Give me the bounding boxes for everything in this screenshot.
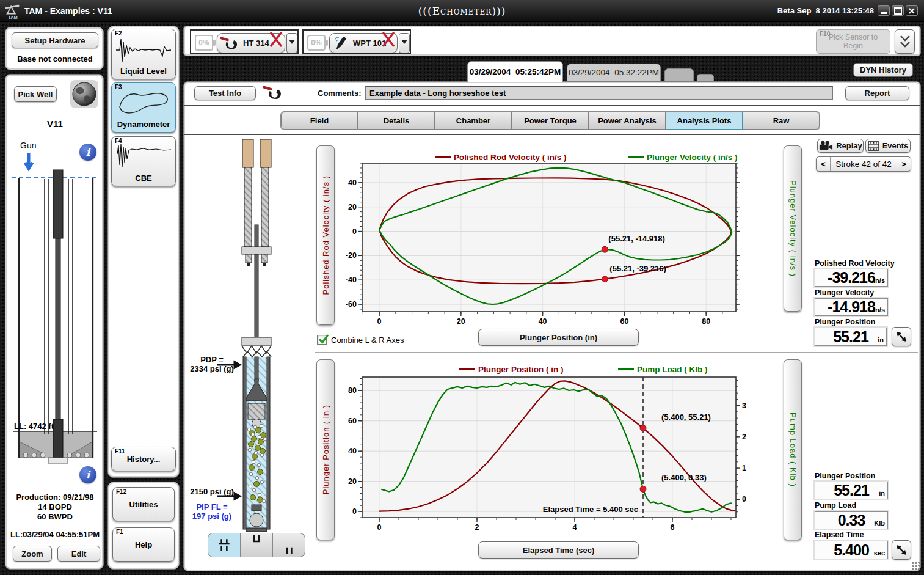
svg-text:Polished Rod Velocity ( in/s ): Polished Rod Velocity ( in/s )	[454, 153, 567, 162]
svg-text:TAM: TAM	[8, 15, 18, 20]
nav-tabs: Field Details Chamber Power Torque Power…	[280, 111, 820, 130]
test-tab-stub[interactable]	[664, 68, 694, 81]
ll-timestamp: LL:03/29/04 04:55:51PM	[5, 530, 104, 539]
svg-text:0: 0	[352, 507, 357, 516]
svg-text:1: 1	[742, 464, 746, 472]
close-button[interactable]	[906, 5, 918, 16]
pump-valve-icon	[249, 533, 264, 549]
liquid-level-text: LL: 4742 ft	[14, 422, 54, 431]
ht-dropdown-button[interactable]	[286, 33, 297, 53]
top-chart-resize-button[interactable]	[892, 327, 911, 346]
build-version: Beta Sep 8 2014 13:25:48	[777, 6, 874, 15]
readout-label: Plunger Velocity	[815, 288, 874, 297]
comments-input[interactable]	[365, 86, 833, 100]
top-chart-x-axis-button[interactable]: Plunger Position (in)	[478, 329, 639, 346]
cbe-mode-button[interactable]: F4 CBE	[111, 136, 176, 186]
pdp-label: PDP =2334 psi (g)	[184, 355, 239, 373]
setup-hardware-button[interactable]: Setup Hardware	[12, 32, 98, 48]
expand-sensors-button[interactable]	[895, 29, 915, 54]
svg-text:2: 2	[742, 433, 746, 441]
replay-button[interactable]: Replay	[817, 139, 864, 153]
pump-mode-option-2[interactable]	[241, 533, 273, 557]
svg-text:60: 60	[348, 417, 357, 425]
svg-text:Plunger Position ( in ): Plunger Position ( in )	[478, 365, 564, 374]
stroke-prev-button[interactable]: <	[817, 157, 831, 171]
plunger-position-value: 55.21in	[815, 328, 887, 346]
stroke-navigator: < Stroke 42 of 42 >	[816, 156, 911, 172]
polished-rod-velocity-value: -39.216in/s	[815, 269, 888, 287]
plunger-position-value-2: 55.21in	[815, 482, 888, 499]
combine-axes-label: Combine L & R Axes	[331, 335, 404, 345]
tab-power-torque[interactable]: Power Torque	[512, 112, 589, 130]
events-button[interactable]: Events	[865, 139, 911, 153]
svg-text:Elapsed Time = 5.400 sec: Elapsed Time = 5.400 sec	[543, 505, 638, 514]
double-chevron-down-icon	[898, 34, 912, 49]
velocity-chart: 020406080-60-40-2002040(55.21, -14.918)(…	[342, 147, 763, 329]
pump-mode-selector	[208, 533, 305, 557]
bottom-chart-x-axis-button[interactable]: Elapsed Time (sec)	[478, 541, 639, 559]
info-icon-2[interactable]: i	[79, 466, 96, 483]
combine-axes-checkbox[interactable]	[317, 335, 327, 345]
ht-disconnected-icon	[268, 31, 284, 49]
diagonal-arrows-icon	[893, 329, 909, 345]
tab-field[interactable]: Field	[281, 112, 358, 130]
svg-text:-40: -40	[346, 276, 357, 284]
horseshoe-sensor-icon	[220, 37, 238, 50]
test-tab-stub-2[interactable]	[697, 74, 714, 81]
bottom-chart-left-axis-button[interactable]: Plunger Position ( in )	[316, 359, 335, 540]
pip-label: PIP FL =197 psi (g)	[184, 502, 239, 521]
test-tab-inactive[interactable]: 03/29/2004 05:32:22PM	[567, 64, 661, 81]
svg-text:0: 0	[377, 523, 382, 532]
tab-power-analysis[interactable]: Power Analysis	[589, 112, 666, 130]
edit-button[interactable]: Edit	[57, 546, 100, 562]
tab-chamber[interactable]: Chamber	[435, 112, 512, 130]
test-tab-active[interactable]: 03/29/2004 05:25:42PM	[467, 61, 563, 82]
pick-well-button[interactable]: Pick Well	[14, 86, 57, 102]
report-button[interactable]: Report	[845, 86, 909, 100]
history-button[interactable]: F11History...	[111, 447, 176, 471]
pump-lines-icon	[281, 541, 297, 557]
resize-grip[interactable]	[911, 561, 920, 570]
window-title: TAM - Examples : V11	[24, 6, 112, 16]
utilities-button[interactable]: F12Utilities	[112, 487, 175, 521]
test-info-button[interactable]: Test Info	[194, 86, 256, 100]
top-chart-left-axis-button[interactable]: Polished Rod Velocity ( in/s )	[316, 145, 335, 325]
cbe-trace-icon	[114, 142, 175, 171]
events-film-icon	[868, 141, 879, 151]
diagonal-arrows-icon	[893, 542, 909, 558]
zoom-button[interactable]: Zoom	[13, 546, 52, 562]
svg-text:0: 0	[352, 227, 357, 236]
dynamometer-mode-button[interactable]: F3 Dynamometer	[111, 82, 176, 133]
wpt-dropdown-button[interactable]	[399, 33, 410, 53]
svg-text:(55.21, -39.216): (55.21, -39.216)	[609, 264, 666, 273]
svg-text:40: 40	[348, 447, 357, 455]
pump-mode-option-3[interactable]	[273, 533, 305, 557]
well-name: V11	[5, 119, 104, 129]
tab-raw[interactable]: Raw	[743, 112, 820, 130]
help-button[interactable]: F1Help	[112, 527, 175, 562]
maximize-button[interactable]	[892, 5, 904, 16]
minimize-button[interactable]	[878, 5, 890, 16]
tab-details[interactable]: Details	[358, 112, 435, 130]
svg-text:20: 20	[348, 477, 357, 486]
svg-text:(5.400, 55.21): (5.400, 55.21)	[661, 412, 711, 422]
hardware-panel: Setup Hardware Base not connected	[5, 27, 104, 70]
pump-mode-option-1[interactable]	[208, 533, 241, 557]
svg-text:0: 0	[377, 317, 382, 326]
readout-label: Polished Rod Velocity	[815, 259, 895, 268]
production-water: 60 BWPD	[5, 512, 104, 521]
dyn-history-button[interactable]: DYN History	[853, 63, 913, 77]
bottom-chart-resize-button[interactable]	[892, 540, 911, 560]
globe-icon[interactable]	[70, 80, 98, 108]
bottom-chart-right-axis-button[interactable]: Pump Load ( Klb )	[784, 359, 802, 540]
top-chart-right-axis-button[interactable]: Plunger Velocity ( in/s )	[784, 145, 802, 312]
stroke-next-button[interactable]: >	[897, 157, 911, 171]
tab-analysis-plots[interactable]: Analysis Plots	[666, 112, 743, 130]
comments-label: Comments:	[318, 89, 362, 98]
liquid-level-mode-button[interactable]: F2 Liquid Level	[111, 29, 176, 79]
horseshoe-sensor-icon	[263, 86, 282, 100]
plunger-velocity-value: -14.918in/s	[815, 298, 888, 316]
readout-label: Plunger Position	[815, 318, 875, 326]
production-oil: 14 BOPD	[5, 502, 104, 511]
svg-text:80: 80	[702, 317, 710, 326]
